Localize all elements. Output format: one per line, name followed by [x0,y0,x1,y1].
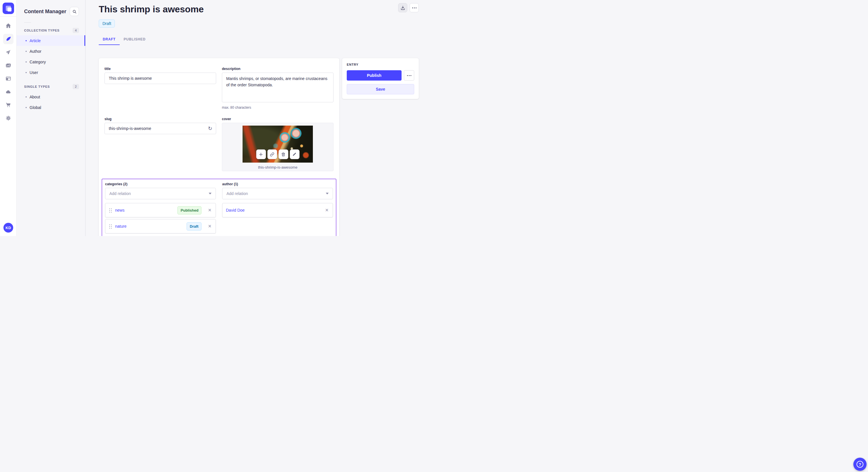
cover-asset-card: this-shrimp-is-awesome [222,123,334,171]
categories-label: categories (2) [105,182,216,186]
strapi-app: KD Content Manager COLLECTION TYPES 4 Ar… [0,0,434,236]
page-title: This shrimp is awesome [99,4,204,14]
home-icon[interactable] [3,21,13,31]
sidebar-item-about[interactable]: About [17,92,85,102]
entry-form-card: title description Mantis shrimps, or sto… [99,58,339,236]
sidebar-item-label: About [30,95,40,99]
collection-types-list: Article Author Category User [17,35,85,78]
drag-handle-icon[interactable] [109,224,112,229]
subnav-title: Content Manager [24,9,66,14]
relation-item-news: news Published ✕ [105,203,216,217]
title-label: title [104,67,216,71]
author-label: author (1) [222,182,333,186]
description-textarea[interactable]: Mantis shrimps, or stomatopods, are mari… [222,72,334,102]
sidebar-item-label: Category [30,60,46,64]
chevron-down-icon [326,193,329,194]
collection-types-header: COLLECTION TYPES 4 [17,28,85,33]
media-library-icon[interactable] [3,60,13,71]
main-content: This shrimp is awesome Draft DRAFT PUBLI… [86,0,434,236]
title-input[interactable] [104,72,216,84]
single-types-list: About Global [17,92,85,113]
remove-relation-icon[interactable]: ✕ [207,207,212,213]
marketplace-cart-icon[interactable] [3,100,13,110]
avatar[interactable]: KD [3,223,13,233]
description-field: description Mantis shrimps, or stomatopo… [222,67,334,109]
entry-panel: ENTRY Publish Save [342,58,419,99]
relation-link[interactable]: nature [115,224,184,229]
cover-caption: this-shrimp-is-awesome [222,165,333,169]
trash-icon [281,152,286,157]
regenerate-slug-icon[interactable]: ↻ [206,125,214,132]
search-icon [72,9,76,14]
slug-label: slug [104,117,216,121]
author-field: author (1) Add relation David Doe ✕ [222,182,333,233]
bullet-icon [26,51,27,52]
tab-published[interactable]: PUBLISHED [120,35,150,45]
subnav-divider [24,22,31,23]
cover-field: cover [222,117,334,171]
slug-field: slug ↻ [104,117,216,171]
remove-relation-icon[interactable]: ✕ [324,207,329,213]
sidebar-item-article[interactable]: Article [17,35,85,46]
single-types-count: 2 [73,84,79,89]
combobox-placeholder: Add relation [226,191,248,196]
publish-button[interactable]: Publish [347,70,402,80]
sidebar-item-label: User [30,70,38,75]
relation-item-nature: nature Draft ✕ [105,219,216,233]
cover-image [243,126,313,163]
strapi-logo-mark [3,3,14,14]
cloud-icon[interactable] [3,87,13,97]
relations-section: categories (2) Add relation news Publish… [102,179,336,236]
bullet-icon [26,96,27,98]
cover-actions [256,149,299,159]
content-row: title description Mantis shrimps, or sto… [99,58,419,236]
entry-more-button[interactable] [404,70,414,80]
categories-add-relation-combobox[interactable]: Add relation [105,188,216,199]
slug-input[interactable] [104,123,216,134]
tab-draft[interactable]: DRAFT [99,35,120,45]
add-asset-button[interactable] [256,149,266,159]
description-label: description [222,67,334,71]
drag-handle-icon[interactable] [109,208,112,212]
remove-relation-icon[interactable]: ✕ [207,223,212,229]
plus-icon [259,152,263,157]
bullet-icon [26,61,27,63]
entry-panel-title: ENTRY [347,63,414,66]
bullet-icon [26,40,27,41]
single-types-header: SINGLE TYPES 2 [17,84,85,89]
release-plane-icon[interactable] [3,47,13,57]
content-manager-icon[interactable] [3,34,13,44]
save-button[interactable]: Save [347,84,414,94]
ellipsis-icon [407,75,411,76]
draft-status-badge: Draft [187,222,202,231]
search-button[interactable] [70,7,79,16]
sidebar-item-label: Author [30,49,41,54]
copy-link-button[interactable] [267,149,277,159]
chevron-down-icon [209,193,212,194]
strapi-logo[interactable] [0,0,17,16]
top-actions [398,3,419,12]
page-more-button[interactable] [410,3,419,12]
sidebar-item-category[interactable]: Category [17,57,85,67]
link-icon [270,152,274,157]
download-icon [400,5,405,10]
settings-gear-icon[interactable] [3,113,13,123]
rail-icon-nav [3,21,13,123]
delete-asset-button[interactable] [278,149,288,159]
relation-item-david-doe: David Doe ✕ [222,203,333,217]
sidebar-item-user[interactable]: User [17,67,85,78]
sidebar-item-author[interactable]: Author [17,46,85,57]
relation-link[interactable]: news [115,208,175,212]
author-add-relation-combobox[interactable]: Add relation [222,188,333,199]
export-download-button[interactable] [398,3,407,12]
collection-types-count: 4 [73,28,79,33]
sidebar-item-global[interactable]: Global [17,102,85,113]
published-status-badge: Published [177,206,202,214]
title-field: title [104,67,216,109]
combobox-placeholder: Add relation [110,191,131,196]
relation-link[interactable]: David Doe [226,208,319,212]
content-manager-sidebar: Content Manager COLLECTION TYPES 4 Artic… [17,0,86,236]
edit-asset-button[interactable] [290,149,299,159]
content-type-builder-icon[interactable] [3,73,13,84]
ellipsis-icon [412,7,416,8]
